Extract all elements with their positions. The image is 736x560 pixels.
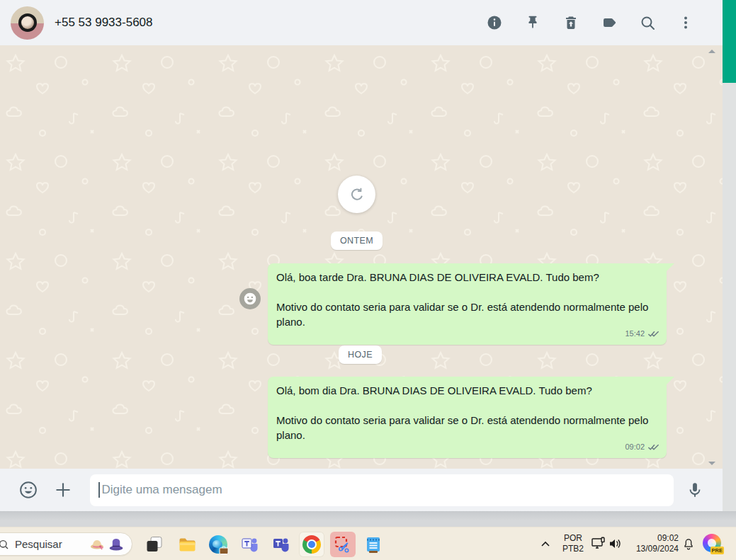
search-icon bbox=[0, 539, 9, 550]
copilot-pre-badge: PRE bbox=[710, 547, 724, 554]
bonnet-hat-icon bbox=[89, 536, 106, 553]
snipping-tool-button[interactable] bbox=[330, 532, 356, 557]
scroll-up-arrow[interactable] bbox=[708, 50, 715, 53]
tray-date: 13/09/2024 bbox=[615, 544, 679, 554]
sync-refresh-button[interactable] bbox=[338, 176, 375, 213]
react-to-message-button[interactable] bbox=[239, 288, 261, 309]
notifications-bell-icon[interactable] bbox=[681, 537, 696, 554]
chat-header: +55 53 9933-5608 bbox=[0, 0, 723, 45]
message-text: Motivo do contato seria para validar se … bbox=[276, 299, 658, 329]
whatsapp-teal-strip bbox=[723, 0, 736, 83]
delete-icon[interactable] bbox=[562, 14, 579, 31]
avatar-logo-photo bbox=[21, 16, 34, 29]
search-label: Pesquisar bbox=[15, 538, 62, 550]
attach-plus-icon[interactable] bbox=[54, 481, 72, 499]
kebab-menu-icon[interactable] bbox=[677, 14, 694, 31]
message-text: Motivo do contato seria para validar se … bbox=[276, 413, 658, 442]
label-icon[interactable] bbox=[601, 14, 618, 31]
windows-taskbar: Pesquisar bbox=[0, 527, 736, 560]
outgoing-message[interactable]: Olá, boa tarde Dra. BRUNA DIAS DE OLIVEI… bbox=[268, 263, 667, 345]
language-code: POR bbox=[560, 533, 587, 544]
pin-icon[interactable] bbox=[524, 14, 541, 31]
conversation-panel[interactable]: ONTEM Olá, boa tarde Dra. BRUNA DIAS DE … bbox=[0, 45, 723, 469]
language-indicator[interactable]: POR PTB2 bbox=[560, 533, 587, 554]
message-time: 09:02 bbox=[625, 440, 645, 455]
notepad-button[interactable] bbox=[361, 532, 387, 557]
edge-work-button[interactable] bbox=[205, 532, 231, 557]
chrome-button[interactable] bbox=[299, 532, 324, 557]
clock[interactable]: 09:02 13/09/2024 bbox=[615, 533, 679, 554]
contact-phone-title[interactable]: +55 53 9933-5608 bbox=[55, 16, 153, 30]
tray-time: 09:02 bbox=[615, 533, 679, 544]
copilot-button[interactable]: PRE bbox=[703, 534, 722, 553]
double-check-icon bbox=[647, 330, 659, 338]
search-daily-icons bbox=[89, 536, 125, 553]
screen: +55 53 9933-5608 bbox=[0, 0, 736, 560]
taskbar-search[interactable]: Pesquisar bbox=[0, 532, 132, 556]
date-divider-yesterday: ONTEM bbox=[331, 232, 383, 250]
message-time: 15:42 bbox=[625, 326, 645, 341]
voice-message-mic-icon[interactable] bbox=[686, 481, 704, 499]
message-input[interactable]: Digite uma mensagem bbox=[90, 474, 674, 506]
network-icon[interactable] bbox=[591, 537, 606, 554]
input-placeholder: Digite uma mensagem bbox=[102, 483, 222, 497]
top-hat-icon bbox=[108, 536, 125, 553]
contact-avatar[interactable] bbox=[11, 6, 44, 40]
double-check-icon bbox=[647, 443, 659, 451]
message-composer: Digite uma mensagem bbox=[0, 469, 723, 511]
keyboard-code: PTB2 bbox=[560, 544, 587, 554]
tray-overflow-chevron[interactable] bbox=[540, 539, 551, 553]
file-explorer-button[interactable] bbox=[174, 532, 200, 557]
scroll-down-arrow[interactable] bbox=[708, 462, 715, 465]
search-icon[interactable] bbox=[639, 14, 656, 31]
task-view-button[interactable] bbox=[142, 532, 167, 557]
work-briefcase-badge bbox=[219, 546, 229, 554]
teams-button[interactable] bbox=[237, 532, 263, 557]
teams-alt-button[interactable] bbox=[268, 532, 294, 557]
text-cursor bbox=[98, 482, 100, 498]
emoji-picker-icon[interactable] bbox=[18, 480, 38, 500]
page-bottom-gutter bbox=[0, 511, 736, 527]
page-right-gutter bbox=[723, 0, 736, 527]
message-text: Olá, bom dia Dra. BRUNA DIAS DE OLIVEIRA… bbox=[276, 383, 658, 398]
info-icon[interactable] bbox=[486, 14, 503, 31]
outgoing-message[interactable]: Olá, bom dia Dra. BRUNA DIAS DE OLIVEIRA… bbox=[268, 377, 667, 458]
message-text: Olá, boa tarde Dra. BRUNA DIAS DE OLIVEI… bbox=[276, 270, 658, 285]
date-divider-today: HOJE bbox=[339, 345, 382, 364]
